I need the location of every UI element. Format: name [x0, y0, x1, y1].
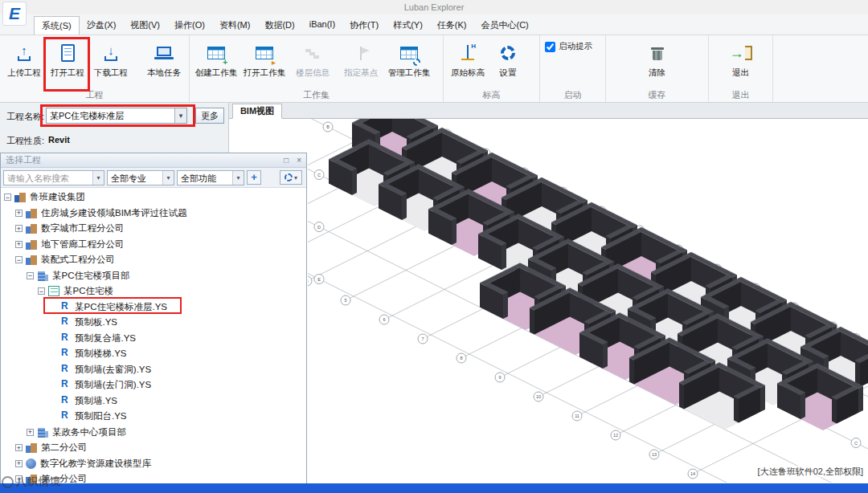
open-project-button[interactable]: 打开工程 [47, 38, 88, 79]
project-name-input[interactable] [47, 108, 174, 123]
tree-item-model-file[interactable]: 预制墙(去门洞).YS [1, 377, 306, 393]
tree-item-building[interactable]: 某PC住宅楼 [1, 283, 306, 299]
expand-icon[interactable] [15, 444, 23, 451]
tree-item-model-file[interactable]: 预制墙.YS [1, 393, 306, 409]
trash-icon [646, 41, 669, 65]
watermark-logo-icon [2, 476, 14, 488]
svg-text:10: 10 [536, 394, 541, 399]
settings-button[interactable]: 设置 [490, 38, 526, 79]
tree-item-company[interactable]: 第二分公司 [1, 440, 306, 456]
exit-button[interactable]: → 退出 [720, 38, 762, 79]
group-label-project: 工程 [0, 90, 189, 102]
manage-workset-icon [398, 41, 420, 65]
bim-model-canvas[interactable]: 11223344556677889910101111121213131414AA… [308, 119, 868, 483]
chevron-down-icon[interactable] [232, 171, 244, 185]
local-task-button[interactable]: 本地任务 [143, 38, 185, 79]
menu-operate[interactable]: 操作(O) [167, 16, 212, 35]
expand-icon[interactable] [15, 460, 23, 467]
tree-item-library[interactable]: 数字化教学资源建设模型库 [1, 456, 306, 472]
open-workset-button[interactable]: ▸ 打开工作集 [241, 38, 288, 79]
menu-task[interactable]: 任务(K) [430, 16, 474, 35]
panel-filter-bar: 请输入名称搜索 全部专业 全部功能 + [1, 168, 306, 188]
menu-view[interactable]: 视图(V) [123, 16, 167, 35]
search-combo[interactable]: 请输入名称搜索 [3, 170, 104, 185]
tree-item-model-file[interactable]: 预制板.YS [1, 315, 306, 331]
tree-item-company[interactable]: 住房城乡建设领域BIM考评过往试题 [1, 206, 306, 222]
group-label-startup: 启动 [540, 90, 605, 102]
building-icon [26, 208, 37, 218]
chevron-down-icon[interactable] [162, 171, 174, 185]
title-bar: Luban Explorer [0, 0, 868, 14]
expand-icon[interactable] [27, 429, 34, 436]
svg-text:13: 13 [652, 452, 657, 457]
tree-item-company[interactable]: 装配式工程分公司 [1, 252, 306, 268]
collapse-icon[interactable] [27, 272, 34, 279]
tree-item-model-file[interactable]: 某PC住宅楼标准层.YS [1, 299, 306, 316]
create-workset-icon: + [205, 41, 227, 65]
menu-material[interactable]: 资料(M) [212, 16, 258, 35]
menu-member-center[interactable]: 会员中心(C) [473, 16, 535, 35]
float-window-icon[interactable]: □ [284, 157, 289, 165]
tab-bim-view[interactable]: BIM视图 [232, 104, 282, 119]
enterprise-icon [14, 192, 26, 202]
function-filter-select[interactable]: 全部功能 [177, 170, 244, 185]
upload-project-button[interactable]: ↑ 上传工程 [3, 38, 45, 79]
project-name-combo[interactable] [46, 108, 187, 124]
floor-info-button: 楼层信息 [289, 38, 336, 79]
create-workset-button[interactable]: + 创建工作集 [193, 38, 240, 79]
chevron-down-icon[interactable] [174, 108, 186, 123]
tree-item-project-dept[interactable]: 某政务中心项目部 [1, 425, 306, 441]
menu-data[interactable]: 数据(D) [257, 16, 301, 35]
startup-tip-checkbox[interactable] [545, 42, 555, 52]
tree-item-model-file[interactable]: 预制复合墙.YS [1, 331, 306, 347]
tree-item-model-file[interactable]: 预制阳台.YS [1, 409, 306, 425]
menu-system[interactable]: 系统(S) [34, 16, 80, 35]
menu-sandbox[interactable]: 沙盘(X) [80, 16, 124, 35]
revit-file-icon [59, 333, 71, 344]
open-project-icon [56, 41, 79, 65]
collapse-icon[interactable] [4, 194, 11, 201]
panel-settings-button[interactable] [280, 170, 302, 185]
startup-tip-option: 启动提示 [540, 35, 597, 52]
revit-file-icon [59, 396, 71, 406]
watermark: 八织情境 [2, 475, 61, 489]
add-button[interactable]: + [247, 170, 261, 185]
expand-icon[interactable] [15, 241, 23, 248]
download-project-button[interactable]: ↓ 下载工程 [90, 38, 132, 79]
svg-text:8: 8 [460, 356, 462, 361]
tree-item-model-file[interactable]: 预制墙(去窗洞).YS [1, 362, 306, 378]
revit-file-icon [59, 365, 71, 375]
revit-file-icon [59, 302, 71, 312]
more-button[interactable]: 更多 [195, 108, 224, 124]
menu-collaborate[interactable]: 协作(T) [342, 16, 386, 35]
svg-text:C: C [854, 441, 858, 446]
tree-item-model-file[interactable]: 预制楼梯.YS [1, 346, 306, 362]
gear-icon [285, 173, 293, 181]
bim-viewport[interactable]: 11223344556677889910101111121213131414AA… [229, 119, 868, 483]
manage-workset-button[interactable]: 管理工作集 [386, 38, 432, 79]
tree-item-project-dept[interactable]: 某PC住宅楼项目部 [1, 268, 306, 284]
expand-icon[interactable] [15, 210, 23, 217]
chevron-down-icon[interactable] [92, 171, 104, 185]
revit-file-icon [59, 348, 71, 359]
building-icon [26, 442, 37, 453]
major-filter-select[interactable]: 全部专业 [107, 170, 174, 185]
panel-header[interactable]: 选择工程 □ × [1, 153, 306, 168]
expand-icon[interactable] [15, 225, 23, 232]
collapse-icon[interactable] [38, 287, 45, 295]
select-project-panel: 选择工程 □ × 请输入名称搜索 全部专业 全部功能 + 鲁班建设集团 住房城乡… [0, 153, 307, 493]
building-icon [26, 239, 37, 250]
tree-item-group[interactable]: 鲁班建设集团 [1, 189, 306, 206]
original-elevation-button[interactable]: H 原始标高 [447, 38, 489, 79]
close-icon[interactable]: × [297, 157, 301, 165]
tree-item-company[interactable]: 数字城市工程分公司 [1, 221, 306, 237]
revit-file-icon [59, 317, 71, 328]
menu-iban[interactable]: iBan(I) [302, 16, 342, 35]
project-tree: 鲁班建设集团 住房城乡建设领域BIM考评过往试题 数字城市工程分公司 地下管廊工… [1, 188, 306, 492]
menu-style[interactable]: 样式(Y) [386, 16, 430, 35]
view-tab-strip: BIM视图 [229, 103, 868, 119]
tree-item-company[interactable]: 地下管廊工程分公司 [1, 237, 306, 253]
collapse-icon[interactable] [15, 256, 23, 263]
base-point-icon [350, 41, 372, 65]
clear-cache-button[interactable]: 清除 [637, 38, 678, 79]
